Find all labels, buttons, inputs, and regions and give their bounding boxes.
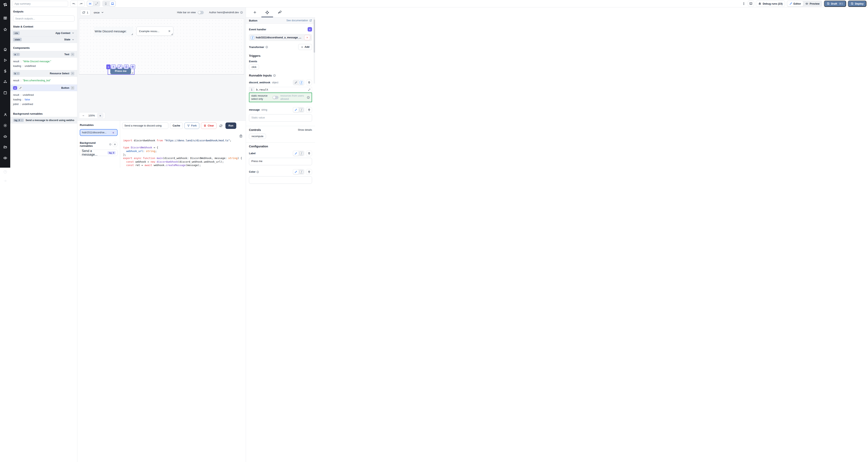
refresh-code-button[interactable] — [218, 123, 224, 129]
sidebar-item-home[interactable] — [0, 45, 10, 53]
static-mode-button[interactable] — [293, 151, 299, 156]
tab-insert-component[interactable] — [249, 7, 261, 17]
runnable-name-input[interactable] — [122, 123, 168, 129]
collapse-button[interactable] — [71, 53, 74, 56]
center-layout-toggle[interactable] — [87, 1, 93, 6]
sidebar-item-runs[interactable] — [0, 57, 10, 64]
zoom-in-button[interactable]: + — [97, 113, 104, 118]
component-row-c-selected[interactable]: c Button — [10, 85, 77, 91]
desktop-view-toggle[interactable] — [109, 1, 116, 6]
resize-handle[interactable] — [171, 34, 173, 35]
event-handler-row[interactable]: f hub/1511/discord/send_a_message_... — [249, 34, 312, 41]
move-component-button[interactable] — [130, 64, 135, 69]
redo-button[interactable] — [78, 1, 84, 7]
clear-button[interactable]: Clear — [201, 123, 217, 129]
collapse-button[interactable] — [71, 86, 74, 90]
zoom-out-button[interactable]: − — [81, 114, 86, 117]
configuration-title: Configuration — [249, 145, 312, 148]
remove-handler-button[interactable] — [304, 35, 310, 40]
sidebar-item-workers[interactable] — [0, 133, 10, 140]
chevron-down-icon[interactable] — [72, 32, 74, 34]
code-lines: import discordwebhook from "https://deno… — [123, 139, 246, 168]
show-details-link[interactable]: Show details — [298, 129, 312, 131]
background-runnable-row[interactable]: bg_0☝ Send a message to discord using we… — [10, 117, 77, 124]
cache-button[interactable]: Cache — [170, 123, 183, 129]
refresh-mode-select[interactable]: once — [94, 11, 104, 14]
background-runnable-item[interactable]: Send a message... bg_0 — [80, 150, 118, 156]
insert-below-button[interactable] — [111, 64, 116, 69]
hand-pointer-icon: ☝ — [21, 119, 23, 122]
clear-select-icon[interactable] — [168, 30, 171, 33]
anchor-component-button[interactable] — [124, 64, 129, 69]
fullscreen-toggle[interactable] — [94, 1, 100, 6]
output-kv-row: jobId:undefined — [10, 102, 77, 106]
info-icon[interactable] — [273, 74, 276, 77]
windmill-logo-icon[interactable] — [3, 2, 8, 8]
resource-select-component[interactable]: Example resou... — [136, 27, 174, 36]
refresh-count-button[interactable]: 1 — [80, 9, 90, 16]
info-icon[interactable] — [240, 11, 243, 14]
fork-button[interactable]: Fork — [184, 123, 199, 129]
plug-input-button[interactable] — [306, 80, 312, 85]
runnable-item-selected[interactable]: hub/1511/discord/se... c — [80, 129, 118, 136]
app-summary-input[interactable] — [12, 1, 68, 7]
component-row-a[interactable]: a☝ Text — [10, 51, 77, 58]
static-mode-button[interactable] — [293, 80, 299, 85]
app-canvas[interactable]: Write Discord message: Example resou... … — [79, 19, 244, 74]
sidebar-item-folders[interactable] — [0, 143, 10, 151]
rename-component-button[interactable] — [19, 86, 23, 90]
triggers-title: Triggers — [249, 54, 312, 58]
windmill-app-editor: Debug runs (23) Editor Preview Draft⌘S D… — [0, 0, 315, 168]
tab-component-settings[interactable] — [261, 7, 274, 17]
message-static-value-input[interactable] — [249, 114, 312, 122]
add-transformer-button[interactable]: Add — [298, 44, 312, 50]
sidebar-item-workspace[interactable] — [0, 14, 10, 22]
hide-bar-toggle[interactable] — [198, 11, 204, 14]
chevron-down-icon[interactable] — [72, 38, 74, 41]
sidebar-item-users[interactable] — [0, 111, 10, 118]
connect-mode-button[interactable]: f — [299, 151, 304, 156]
static-mode-button[interactable] — [293, 107, 299, 112]
run-button[interactable]: Run — [225, 123, 236, 129]
add-background-runnable-button[interactable] — [113, 142, 118, 147]
search-outputs-input[interactable] — [13, 15, 74, 22]
sidebar-item-resources[interactable] — [0, 78, 10, 86]
collapse-button[interactable] — [71, 72, 74, 75]
info-icon[interactable] — [266, 46, 268, 48]
output-row-state[interactable]: state State — [10, 36, 77, 43]
expand-component-button[interactable] — [117, 64, 122, 69]
expr-input-row[interactable]: 1 b.result — [249, 87, 312, 92]
scrollbar-thumb[interactable] — [314, 20, 315, 53]
info-icon — [109, 143, 112, 145]
sidebar-item-variables[interactable] — [0, 67, 10, 75]
connect-mode-button[interactable]: f — [299, 107, 304, 112]
plug-input-button[interactable] — [306, 107, 312, 113]
component-row-b[interactable]: b☝ Resource Select — [10, 70, 77, 77]
text-component[interactable]: Write Discord message: — [94, 27, 133, 36]
sidebar-item-audit-logs[interactable] — [0, 154, 10, 162]
sidebar-item-settings[interactable] — [0, 122, 10, 129]
sidebar-item-favorites[interactable] — [0, 26, 10, 33]
see-documentation-link[interactable]: See documentation — [286, 19, 312, 22]
function-icon: f — [300, 81, 303, 84]
resize-handle[interactable] — [132, 72, 133, 73]
components-title: Components — [10, 46, 77, 50]
sidebar-item-schedules[interactable] — [0, 89, 10, 96]
copy-code-icon[interactable] — [239, 134, 243, 138]
connect-mode-button[interactable]: f — [299, 80, 304, 85]
info-icon[interactable] — [307, 96, 310, 99]
tab-styling[interactable] — [274, 7, 286, 17]
event-chip-click[interactable]: click — [249, 64, 259, 70]
plug-input-button[interactable] — [306, 151, 312, 156]
label-value-input[interactable]: Press me — [249, 158, 312, 165]
mobile-view-toggle[interactable] — [103, 1, 109, 6]
chevron-down-icon — [101, 11, 104, 14]
static-resource-toggle-box: static resource select only resources fr… — [249, 93, 312, 102]
recompute-chip[interactable]: recompute — [249, 134, 266, 139]
code-editor[interactable]: import discordwebhook from "https://deno… — [120, 130, 246, 168]
output-row-ctx[interactable]: ctx App Context — [10, 30, 77, 36]
expand-editor-icon[interactable] — [308, 89, 310, 91]
undo-button[interactable] — [70, 1, 78, 7]
static-resource-toggle[interactable] — [273, 96, 278, 99]
resize-handle[interactable] — [131, 34, 133, 35]
